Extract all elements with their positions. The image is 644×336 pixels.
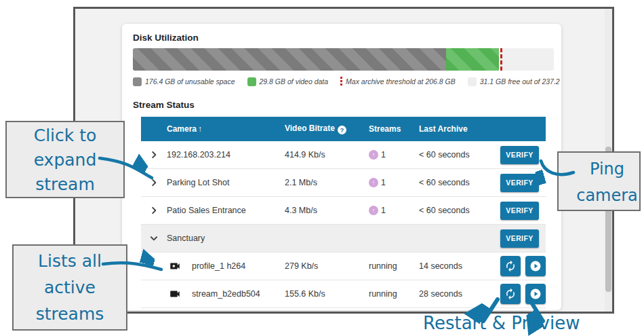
column-camera[interactable]: Camera↑ — [167, 124, 285, 134]
streams-count: ↑ 1 — [369, 178, 419, 187]
legend-label: 31.1 GB free out of 237.2 GB — [480, 77, 561, 86]
help-icon[interactable]: ? — [338, 126, 346, 134]
annotation-click-to-expand: Click to expand stream — [5, 121, 125, 198]
stream-up-icon: ↑ — [369, 150, 378, 160]
star-camera-icon — [167, 260, 183, 272]
collapse-chevron-icon[interactable] — [141, 234, 167, 243]
streams-count: ↑ 1 — [369, 150, 419, 160]
stream-bitrate: 155.6 Kb/s — [285, 289, 369, 299]
green-swatch-icon — [247, 77, 256, 86]
verify-button[interactable]: VERIFY — [500, 202, 539, 220]
stream-name: profile_1 h264 — [192, 261, 245, 271]
column-video-bitrate[interactable]: Video Bitrate? — [285, 124, 369, 134]
max-archive-threshold-line — [500, 48, 502, 71]
annotation-restart-preview: Restart & Preview — [423, 313, 580, 333]
red-dashed-line-icon — [340, 77, 342, 86]
stream-row: stream_b2edb504 155.6 Kb/s running 28 se… — [141, 280, 546, 308]
last-archive: < 60 seconds — [419, 178, 500, 187]
camera-name: Parking Lot Shot — [167, 178, 285, 187]
refresh-icon — [504, 260, 517, 272]
legend-label: 176.4 GB of unusable space — [145, 77, 235, 86]
sort-ascending-icon: ↑ — [198, 124, 202, 134]
last-archive: < 60 seconds — [419, 206, 500, 215]
last-archive: < 60 seconds — [419, 150, 500, 160]
camera-bitrate: 414.9 Kb/s — [285, 150, 369, 160]
annotation-lists-all-streams: Lists all active streams — [12, 244, 127, 331]
disk-utilization-title: Disk Utilization — [133, 33, 199, 43]
stream-status-title: Stream Status — [133, 100, 195, 110]
restart-stream-button[interactable] — [500, 256, 521, 276]
restart-stream-button[interactable] — [500, 284, 521, 304]
gray-swatch-icon — [133, 77, 142, 86]
disk-legend: 176.4 GB of unusable space 29.8 GB of vi… — [133, 77, 553, 86]
disk-unusable-segment — [133, 48, 446, 71]
camera-bitrate: 4.3 Mb/s — [285, 206, 369, 215]
table-header: Camera↑ Video Bitrate? Streams Last Arch… — [141, 117, 546, 141]
content-card: Disk Utilization 176.4 GB of unusable sp… — [122, 24, 561, 310]
light-gray-swatch-icon — [468, 77, 477, 86]
table-row: Patio Sales Entrance 4.3 Mb/s ↑ 1 < 60 s… — [141, 197, 546, 225]
refresh-icon — [504, 288, 517, 300]
stream-up-icon: ↑ — [369, 206, 378, 215]
last-archive: 14 seconds — [419, 261, 500, 271]
legend-item-free: 31.1 GB free out of 237.2 GB — [468, 77, 561, 86]
camera-name: Patio Sales Entrance — [167, 206, 285, 215]
table-row-expanded: Sanctuary VERIFY — [141, 225, 546, 253]
verify-button[interactable]: VERIFY — [500, 229, 539, 248]
streams-count: ↑ 1 — [369, 206, 419, 215]
stream-status-text: running — [369, 289, 419, 299]
last-archive: 28 seconds — [419, 289, 500, 299]
stream-table: Camera↑ Video Bitrate? Streams Last Arch… — [141, 117, 546, 308]
preview-stream-button[interactable] — [525, 284, 546, 304]
table-row: Parking Lot Shot 2.1 Mb/s ↑ 1 < 60 secon… — [141, 169, 546, 197]
stream-row: profile_1 h264 279 Kb/s running 14 secon… — [141, 253, 546, 280]
column-streams[interactable]: Streams — [369, 124, 419, 134]
stream-bitrate: 279 Kb/s — [285, 261, 369, 271]
verify-button[interactable]: VERIFY — [500, 174, 539, 192]
camera-icon — [167, 288, 183, 300]
stream-status-text: running — [369, 261, 419, 271]
play-icon — [529, 288, 542, 300]
camera-name: 192.168.203.214 — [167, 150, 285, 160]
disk-usage-bar — [133, 48, 554, 71]
annotation-ping-camera: Ping camera — [557, 151, 641, 211]
expand-chevron-icon[interactable] — [141, 150, 167, 160]
expand-chevron-icon[interactable] — [141, 178, 167, 187]
camera-name: Sanctuary — [167, 234, 285, 243]
preview-stream-button[interactable] — [525, 256, 546, 276]
play-icon — [529, 260, 542, 272]
legend-label: 29.8 GB of video data — [260, 77, 329, 86]
expand-chevron-icon[interactable] — [141, 206, 167, 215]
table-row: 192.168.203.214 414.9 Kb/s ↑ 1 < 60 seco… — [141, 141, 546, 169]
camera-bitrate: 2.1 Mb/s — [285, 178, 369, 187]
legend-item-video: 29.8 GB of video data — [247, 77, 329, 86]
disk-video-segment — [446, 48, 499, 71]
legend-item-threshold: Max archive threshold at 206.8 GB — [340, 77, 456, 86]
verify-button[interactable]: VERIFY — [500, 146, 539, 164]
stream-name: stream_b2edb504 — [192, 289, 260, 299]
legend-label: Max archive threshold at 206.8 GB — [346, 77, 456, 86]
screenshot-stage: Disk Utilization 176.4 GB of unusable sp… — [0, 0, 644, 336]
column-last-archive[interactable]: Last Archive — [419, 124, 500, 134]
legend-item-unusable: 176.4 GB of unusable space — [133, 77, 235, 86]
stream-up-icon: ↑ — [369, 178, 378, 187]
